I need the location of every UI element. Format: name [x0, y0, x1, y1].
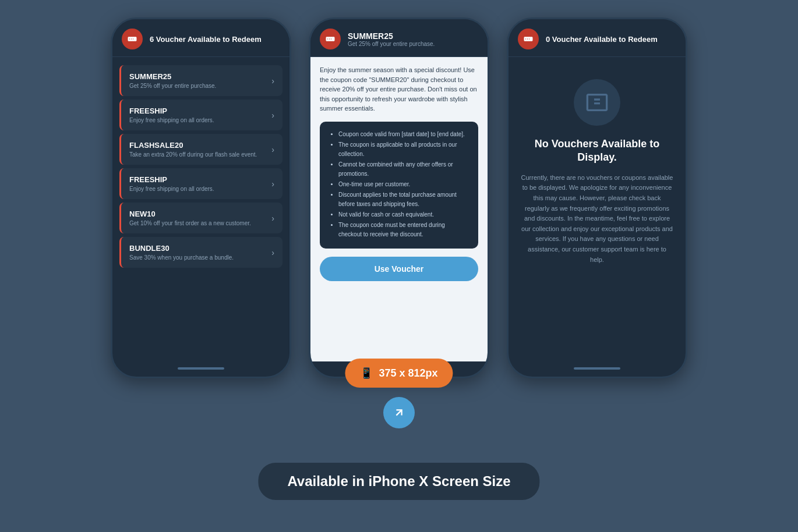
phone-empty-header: 0 Voucher Available to Redeem: [509, 19, 686, 57]
phone-empty-frame: 0 Voucher Available to Redeem No Voucher…: [507, 17, 687, 378]
detail-code: SUMMER25: [348, 31, 435, 41]
no-voucher-title: No Vouchers Available to Display.: [520, 137, 674, 165]
voucher-code: FREESHIP: [129, 175, 271, 184]
phone-detail-content: Enjoy the summer season with a special d…: [310, 57, 488, 361]
voucher-code: NEW10: [129, 210, 271, 218]
voucher-code: FLASHSALE20: [129, 141, 271, 150]
voucher-desc: Get 25% off your entire purchase.: [129, 83, 271, 89]
voucher-item-info: FLASHSALE20 Take an extra 20% off during…: [129, 141, 271, 158]
no-voucher-section: No Vouchers Available to Display. Curren…: [509, 62, 686, 282]
phone-empty-content: No Vouchers Available to Display. Curren…: [509, 57, 686, 361]
voucher-count: 6: [150, 35, 154, 44]
list-item[interactable]: SUMMER25 Get 25% off your entire purchas…: [119, 65, 283, 96]
voucher-item-info: BUNDLE30 Save 30% when you purchase a bu…: [129, 244, 271, 261]
empty-title-label: Voucher Available to Redeem: [552, 35, 658, 44]
list-item[interactable]: FREESHIP Enjoy free shipping on all orde…: [119, 168, 283, 199]
voucher-code: FREESHIP: [129, 107, 271, 115]
home-bar: [574, 367, 620, 370]
voucher-desc: Save 30% when you purchase a bundle.: [129, 254, 271, 261]
phone-icon: 📱: [360, 367, 373, 380]
list-item[interactable]: NEW10 Get 10% off your first order as a …: [119, 203, 283, 233]
no-voucher-icon: [574, 79, 620, 126]
term-item: Coupon code valid from [start date] to […: [338, 130, 469, 139]
voucher-code: SUMMER25: [129, 72, 271, 81]
voucher-desc: Enjoy free shipping on all orders.: [129, 186, 271, 192]
voucher-desc: Enjoy free shipping on all orders.: [129, 117, 271, 123]
phone-list-header: 6 Voucher Available to Redeem: [112, 19, 289, 57]
list-item[interactable]: FREESHIP Enjoy free shipping on all orde…: [119, 100, 283, 130]
voucher-item-info: SUMMER25 Get 25% off your entire purchas…: [129, 72, 271, 89]
voucher-item-info: FREESHIP Enjoy free shipping on all orde…: [129, 175, 271, 192]
home-indicator: [509, 361, 686, 377]
voucher-icon: [122, 29, 143, 49]
voucher-terms-box: Coupon code valid from [start date] to […: [320, 122, 478, 249]
phone-detail-frame: SUMMER25 Get 25% off your entire purchas…: [309, 17, 489, 378]
voucher-item-info: FREESHIP Enjoy free shipping on all orde…: [129, 107, 271, 123]
size-badge-label: 375 x 812px: [379, 367, 437, 380]
term-item: Discount applies to the total purchase a…: [338, 190, 469, 209]
phone-detail-header: SUMMER25 Get 25% off your entire purchas…: [310, 19, 488, 57]
voucher-code: BUNDLE30: [129, 244, 271, 253]
home-indicator: [112, 361, 289, 377]
detail-subtitle: Get 25% off your entire purchase.: [348, 41, 435, 47]
list-item[interactable]: FLASHSALE20 Take an extra 20% off during…: [119, 134, 283, 165]
phones-row: 6 Voucher Available to Redeem SUMMER25 G…: [0, 17, 798, 378]
term-item: Not valid for cash or cash equivalent.: [338, 210, 469, 219]
term-item: One-time use per customer.: [338, 180, 469, 189]
voucher-item-info: NEW10 Get 10% off your first order as a …: [129, 210, 271, 226]
use-voucher-button[interactable]: Use Voucher: [320, 257, 478, 281]
chevron-right-icon: ›: [271, 145, 274, 154]
term-item: Cannot be combined with any other offers…: [338, 160, 469, 179]
bottom-label-text: Available in iPhone X Screen Size: [287, 473, 510, 489]
term-item: The coupon is applicable to all products…: [338, 140, 469, 159]
phone-empty-header-text: 0 Voucher Available to Redeem: [546, 34, 658, 44]
voucher-icon: [320, 29, 341, 49]
collapse-button[interactable]: [383, 397, 415, 428]
phone-list-frame: 6 Voucher Available to Redeem SUMMER25 G…: [111, 17, 291, 378]
empty-count: 0: [546, 35, 550, 44]
phone-detail-header-text: SUMMER25 Get 25% off your entire purchas…: [348, 31, 435, 47]
chevron-right-icon: ›: [271, 248, 274, 257]
voucher-detail: Enjoy the summer season with a special d…: [320, 65, 478, 281]
size-badge: 📱 375 x 812px: [345, 359, 453, 388]
voucher-terms-list: Coupon code valid from [start date] to […: [329, 130, 469, 239]
home-bar: [178, 367, 224, 370]
chevron-right-icon: ›: [271, 179, 274, 189]
voucher-desc: Get 10% off your first order as a new cu…: [129, 220, 271, 226]
voucher-list: SUMMER25 Get 25% off your entire purchas…: [112, 62, 289, 275]
svg-line-0: [396, 410, 401, 415]
list-item[interactable]: BUNDLE30 Save 30% when you purchase a bu…: [119, 237, 283, 268]
bottom-label: Available in iPhone X Screen Size: [258, 463, 539, 500]
voucher-title: Voucher Available to Redeem: [156, 35, 262, 44]
voucher-description: Enjoy the summer season with a special d…: [320, 65, 478, 114]
term-item: The coupon code must be entered during c…: [338, 221, 469, 239]
phone-list-content: SUMMER25 Get 25% off your entire purchas…: [112, 57, 289, 361]
chevron-right-icon: ›: [271, 214, 274, 223]
voucher-desc: Take an extra 20% off during our flash s…: [129, 151, 271, 158]
phone-list-header-text: 6 Voucher Available to Redeem: [150, 35, 262, 44]
chevron-right-icon: ›: [271, 76, 274, 86]
no-voucher-desc: Currently, there are no vouchers or coup…: [520, 173, 674, 265]
voucher-icon: [518, 29, 539, 49]
chevron-right-icon: ›: [271, 111, 274, 120]
